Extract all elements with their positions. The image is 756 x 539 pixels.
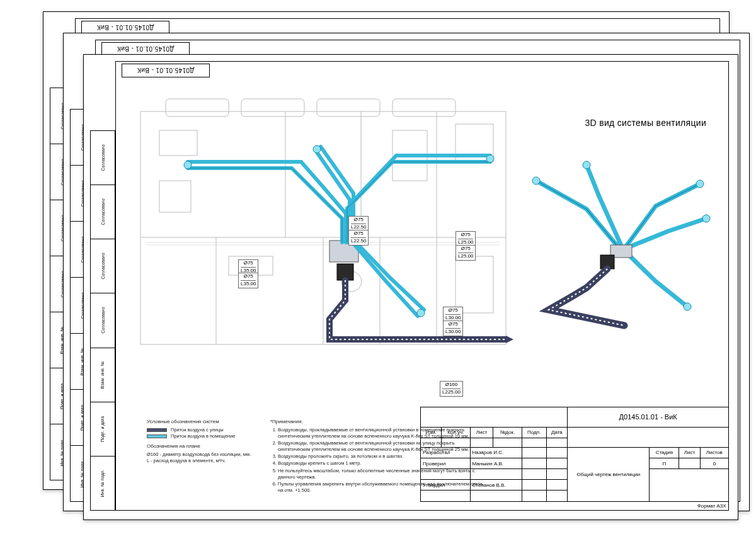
svg-point-32 [684,303,691,310]
swatch-indoor-icon [147,434,167,438]
duct-label: Ø75L22.50 [348,230,369,246]
iso-view [511,137,719,338]
legend-plan-header: Обозначения на плане [147,443,254,450]
tb-sheets: 0 [700,458,728,468]
legend-outdoor: Приток воздуха с улицы [171,427,224,433]
duct-label: Ø75L25.00 [455,231,476,247]
tb-format: Формат А3Х [421,501,729,511]
svg-point-29 [583,161,590,169]
front-sheet: Д0145.01.01 - ВиК Согласовано Согласован… [83,54,738,520]
tb-role: Разработал [421,447,471,458]
title-block: Д0145.01.01 - ВиК Изм. Кол.уч. Лист №док… [420,407,729,511]
swatch-outdoor-icon [147,428,167,432]
tb-sheet [679,458,700,468]
legend-indoor: Приток воздуха в помещение [171,433,235,439]
tb-role: Утвердил [421,480,471,491]
duct-label: Ø75L22.50 [348,216,369,232]
duct-label: Ø75L25.00 [455,245,476,261]
plan-note-2: L - расход воздуха в элементе, м³/ч. [147,458,254,464]
tb-drawing-title: Общий чертеж вентиляции [568,447,650,501]
svg-point-23 [184,161,192,169]
tb-name: Манькин А.В. [470,458,522,468]
svg-rect-12 [159,130,197,156]
legend-systems-header: Условные обозначения систем [147,419,254,426]
duct-label: Ø75L30.00 [443,321,463,336]
svg-rect-3 [317,99,380,116]
svg-rect-2 [241,99,304,116]
svg-rect-4 [392,99,455,116]
svg-point-31 [702,215,710,222]
svg-point-25 [486,155,494,162]
svg-point-28 [532,177,540,184]
doc-code-rotated: Д0145.01.01 - ВиК [122,64,210,77]
svg-rect-16 [455,256,493,313]
svg-point-24 [313,145,321,153]
left-cartridge: Согласовано Согласовано Согласовано Согл… [90,130,115,511]
svg-point-30 [696,180,704,188]
duct-label: Ø160L225.00 [440,381,463,397]
duct-label: Ø75L30.00 [443,307,463,322]
svg-rect-1 [166,99,229,116]
svg-point-26 [417,309,425,317]
tb-doc-code: Д0145.01.01 - ВиК [568,407,729,428]
tb-stage: П [650,458,679,468]
tb-name: Степанов В.В. [470,480,522,491]
tb-role: Проверил [421,458,471,468]
duct-label: Ø75L35.00 [238,273,258,288]
tb-name: Назаров И.С. [470,447,522,458]
iso-title: 3D вид системы вентиляции [585,118,706,128]
svg-rect-13 [159,181,191,212]
plan-note-1: Ø160 - диаметр воздуховода без изоляции,… [147,451,254,458]
